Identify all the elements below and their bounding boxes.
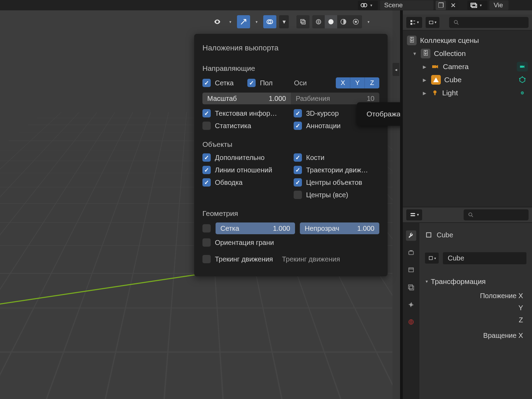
- floor-checkbox[interactable]: Пол: [247, 79, 273, 87]
- new-scene-button[interactable]: ❐: [436, 1, 446, 10]
- svg-rect-28: [410, 250, 412, 251]
- statistics-checkbox[interactable]: Статистика: [202, 122, 288, 130]
- dropdown-icon[interactable]: ▾: [253, 15, 260, 28]
- svg-rect-29: [409, 269, 413, 272]
- motion-tracking-label: Трекинг движения: [282, 255, 340, 263]
- svg-point-16: [454, 20, 457, 23]
- svg-rect-35: [429, 256, 432, 259]
- panel-title: Наложения вьюпорта: [202, 44, 379, 53]
- tab-render[interactable]: [406, 248, 416, 258]
- outline-checkbox[interactable]: Обводка: [202, 178, 288, 187]
- motion-paths-checkbox[interactable]: Траектории движ…: [294, 166, 379, 174]
- origins-checkbox[interactable]: Центры объектов: [294, 178, 379, 187]
- disclosure-icon[interactable]: [423, 64, 428, 69]
- axis-y-button[interactable]: Y: [350, 77, 365, 88]
- svg-rect-7: [302, 21, 305, 24]
- viewlayer-name-field[interactable]: Vie: [490, 0, 509, 10]
- scene-name-field[interactable]: Scene: [380, 0, 434, 10]
- tab-viewlayer[interactable]: [406, 282, 416, 293]
- svg-point-19: [519, 78, 521, 79]
- svg-rect-21: [434, 94, 436, 95]
- grid-checkbox[interactable]: Сетка: [202, 79, 234, 87]
- shading-rendered-icon[interactable]: [350, 15, 362, 28]
- tree-row-collection[interactable]: 🗄 Collection: [405, 47, 530, 60]
- tab-scene[interactable]: [406, 300, 416, 310]
- camera-icon: [431, 63, 439, 71]
- grid-scale-field[interactable]: Масштаб 1.000: [202, 93, 291, 104]
- bones-checkbox[interactable]: Кости: [294, 153, 379, 162]
- tree-row-camera[interactable]: Camera: [405, 60, 530, 73]
- object-name-field[interactable]: Cube: [443, 252, 526, 264]
- datablock-icon[interactable]: ▾: [425, 253, 439, 264]
- sidebar-collapse-caret[interactable]: ◂: [392, 63, 399, 76]
- tree-row-cube[interactable]: Cube: [405, 73, 530, 86]
- wireframe-checkbox[interactable]: [202, 224, 211, 232]
- extras-checkbox[interactable]: Дополнительно: [202, 153, 288, 162]
- relationship-lines-checkbox[interactable]: Линии отношений: [202, 166, 288, 174]
- scale-subdiv-row: Масштаб 1.000 Разбиения 10: [202, 93, 379, 104]
- motion-tracking-checkbox[interactable]: Трекинг движения: [202, 255, 273, 263]
- xray-icon[interactable]: [296, 15, 310, 28]
- dropdown-icon[interactable]: ▾: [227, 15, 234, 28]
- shading-solid-icon[interactable]: [325, 15, 337, 28]
- collection-icon: 🗄: [421, 49, 430, 58]
- tab-tool[interactable]: [406, 230, 416, 241]
- axis-y-line: [0, 270, 222, 307]
- outliner-header: ▾ ▾: [403, 15, 532, 30]
- transform-panel-header[interactable]: ▾ Трансформация: [424, 273, 527, 290]
- tab-output[interactable]: [406, 265, 416, 275]
- viewport-header: ▾ ▾ ▾ ▾: [211, 15, 372, 29]
- delete-scene-button[interactable]: ✕: [448, 1, 458, 10]
- dropdown-icon[interactable]: ▾: [365, 15, 372, 28]
- axis-x-button[interactable]: X: [336, 77, 350, 88]
- svg-rect-30: [409, 285, 413, 289]
- properties-editor-icon[interactable]: ▾: [406, 209, 422, 220]
- svg-point-17: [522, 76, 523, 78]
- origins-all-checkbox[interactable]: Центры (все): [294, 191, 379, 199]
- camera-restrict-icon[interactable]: [517, 62, 528, 72]
- viewlayer-icon[interactable]: ▾: [467, 1, 487, 10]
- svg-point-26: [469, 213, 472, 216]
- properties-area: Cube ▾ Cube ▾ Трансформация Положение X …: [403, 223, 532, 399]
- disclosure-icon[interactable]: [423, 77, 428, 83]
- wireframe-slider[interactable]: Сетка 1.000: [216, 222, 295, 234]
- guides-section: Направляющие Сетка Пол Оси X Y Z Масштаб…: [202, 64, 379, 130]
- tree-row-light[interactable]: Light: [405, 86, 530, 99]
- dropdown-icon: ▾: [477, 0, 485, 12]
- svg-point-20: [433, 91, 436, 94]
- shading-wireframe-icon[interactable]: [312, 15, 325, 28]
- properties-search[interactable]: [464, 209, 529, 220]
- overlays-icon[interactable]: [263, 15, 276, 28]
- section-heading: Объекты: [202, 140, 379, 149]
- shading-matprev-icon[interactable]: [337, 15, 350, 28]
- disclosure-icon[interactable]: [423, 91, 428, 96]
- viewport-overlays-panel: Наложения вьюпорта Направляющие Сетка По…: [194, 34, 388, 276]
- tree-row-scene-collection[interactable]: 🗄 Коллекция сцены: [405, 34, 530, 47]
- svg-rect-15: [429, 21, 433, 24]
- light-data-icon[interactable]: [517, 88, 528, 98]
- svg-rect-6: [301, 19, 304, 23]
- svg-rect-27: [409, 251, 413, 255]
- scene-icon[interactable]: ▾: [358, 1, 378, 10]
- outliner-tree[interactable]: 🗄 Коллекция сцены 🗄 Collection Camera: [403, 30, 532, 207]
- section-heading: Направляющие: [202, 64, 379, 73]
- svg-point-12: [355, 21, 357, 23]
- svg-rect-13: [410, 20, 412, 22]
- gizmo-icon[interactable]: [237, 15, 250, 28]
- face-orientation-checkbox[interactable]: Ориентация грани: [202, 238, 379, 247]
- outliner-display-mode[interactable]: ▾: [426, 17, 439, 28]
- disclosure-icon[interactable]: [412, 51, 417, 56]
- collection-icon: 🗄: [407, 36, 417, 45]
- opacity-slider[interactable]: Непрозрач 1.000: [300, 222, 379, 234]
- top-header: ▾ Scene ❐ ✕ ▾ Vie: [0, 0, 532, 10]
- outliner-editor-icon[interactable]: ▾: [406, 17, 422, 28]
- axis-z-button[interactable]: Z: [365, 77, 379, 88]
- area-splitter[interactable]: [400, 10, 403, 399]
- visibility-icon[interactable]: [211, 15, 224, 28]
- text-info-checkbox[interactable]: Текстовая инфор…: [202, 109, 288, 117]
- overlays-dropdown[interactable]: ▾: [279, 15, 289, 28]
- outliner-search[interactable]: [449, 17, 529, 28]
- right-column: ▾ ▾ 🗄 Коллекция сцены 🗄 Collection: [403, 15, 532, 399]
- tab-world[interactable]: [406, 317, 416, 327]
- mesh-data-icon[interactable]: [517, 75, 528, 85]
